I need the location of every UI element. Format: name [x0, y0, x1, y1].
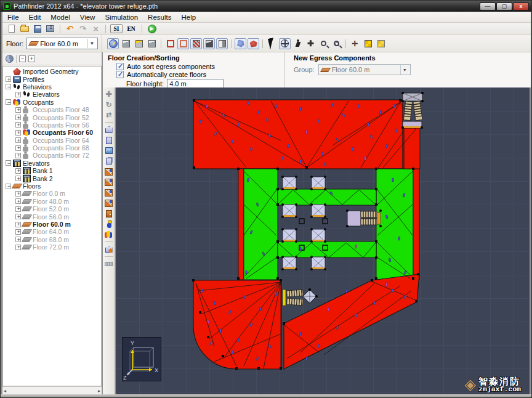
- new-ramp-tool[interactable]: [104, 177, 114, 187]
- tree-item-occupants-floor-60[interactable]: Occupants Floor 60: [3, 129, 101, 136]
- tree-item-behaviors-elevators[interactable]: Elevators: [3, 91, 101, 98]
- model-viewport[interactable]: Y X Z ◈ 智淼消防 zmjaxf.com: [116, 87, 530, 395]
- tree-item-floor-0[interactable]: Floor 0.0 m: [3, 190, 101, 197]
- tree-item-floor-60[interactable]: Floor 60.0 m: [3, 221, 101, 228]
- add-occupant-group-tool[interactable]: [104, 230, 114, 239]
- expander-plus-icon[interactable]: [15, 115, 21, 120]
- floor-plan[interactable]: [116, 87, 530, 395]
- expander-plus-icon[interactable]: [15, 107, 21, 113]
- expander-plus-icon[interactable]: [15, 198, 21, 204]
- pan-tool-button[interactable]: ✚: [305, 38, 316, 49]
- expander-plus-icon[interactable]: [15, 122, 21, 128]
- open-file-button[interactable]: [19, 23, 30, 34]
- expander-plus-icon[interactable]: [15, 145, 21, 151]
- orientation-axes-widget[interactable]: Y X Z: [122, 337, 161, 381]
- expander-plus-icon[interactable]: [15, 130, 21, 136]
- solid-mode-button[interactable]: [203, 38, 215, 49]
- tree-item-bank-1[interactable]: Bank 1: [3, 167, 101, 174]
- refresh-icon[interactable]: [6, 55, 14, 63]
- expander-plus-icon[interactable]: [15, 92, 21, 97]
- move-object-tool[interactable]: ✚: [104, 89, 114, 99]
- expander-plus-icon[interactable]: [15, 237, 21, 242]
- room-left-strip[interactable]: [238, 169, 244, 280]
- tree-item-profiles[interactable]: Profiles: [3, 75, 101, 83]
- iso-view-button[interactable]: [120, 38, 132, 49]
- tree-item-elevators[interactable]: Elevators: [3, 160, 101, 167]
- zoom-tool-button[interactable]: [318, 38, 329, 49]
- expander-plus-icon[interactable]: [15, 229, 21, 235]
- room-right-strip[interactable]: [413, 169, 419, 280]
- maximize-button[interactable]: ▢: [496, 2, 512, 10]
- undo-button[interactable]: ↶: [65, 23, 75, 34]
- room-bottomleft-red[interactable]: [193, 280, 281, 369]
- tree-item-occupants-floor-68[interactable]: Occupants Floor 68: [3, 144, 101, 152]
- stairs-bottom[interactable]: [283, 288, 318, 306]
- chevron-down-icon[interactable]: ▼: [87, 39, 96, 48]
- tree-item-floor-48[interactable]: Floor 48.0 m: [3, 198, 101, 205]
- tree-item-floors[interactable]: Floors: [3, 182, 101, 190]
- expander-plus-icon[interactable]: [15, 153, 21, 158]
- show-imported-geometry-button[interactable]: [248, 38, 259, 49]
- expander-plus-icon[interactable]: [15, 214, 21, 219]
- tree-item-floor-72[interactable]: Floor 72.0 m: [3, 243, 101, 251]
- run-simulation-button[interactable]: ▶: [147, 23, 157, 34]
- corridor-left-green[interactable]: [244, 169, 278, 280]
- outline-mode-button[interactable]: [177, 38, 189, 49]
- top-view-button[interactable]: [133, 38, 145, 49]
- show-navmesh-button[interactable]: [235, 38, 246, 49]
- perspective-view-button[interactable]: [107, 38, 119, 49]
- new-escalator-tool[interactable]: [104, 188, 114, 197]
- menu-file[interactable]: File: [2, 13, 24, 22]
- new-exit-tool[interactable]: [104, 245, 114, 254]
- menu-model[interactable]: Model: [46, 13, 75, 22]
- grid-snap-button[interactable]: [362, 38, 374, 49]
- expander-plus-icon[interactable]: [15, 245, 21, 250]
- tree-item-occupants-floor-72[interactable]: Occupants Floor 72: [3, 152, 101, 159]
- room-diagonal-red[interactable]: [284, 274, 419, 369]
- select-tool-button[interactable]: [266, 38, 278, 49]
- mirror-object-tool[interactable]: ⇄: [104, 110, 114, 120]
- new-rectangle-room-tool[interactable]: [104, 136, 114, 145]
- expander-minus-icon[interactable]: [6, 84, 11, 89]
- new-door-tool[interactable]: [104, 209, 114, 218]
- tree-item-floor-64[interactable]: Floor 64.0 m: [3, 228, 101, 235]
- expander-plus-icon[interactable]: [15, 168, 21, 174]
- expander-plus-icon[interactable]: [15, 176, 21, 181]
- save-file-button[interactable]: [32, 23, 42, 34]
- menu-edit[interactable]: Edit: [24, 13, 46, 22]
- new-file-button[interactable]: [6, 23, 17, 34]
- tree-item-occupants-floor-48[interactable]: Occupants Floor 48: [3, 106, 101, 113]
- shaded-mode-button[interactable]: [216, 38, 228, 49]
- zoom-window-tool-button[interactable]: [331, 38, 342, 49]
- auto-create-floors-checkbox[interactable]: [116, 71, 124, 78]
- new-polygon-room-tool[interactable]: [104, 125, 114, 134]
- minimize-button[interactable]: —: [480, 2, 496, 10]
- group-combo[interactable]: Floor 60.0 m ▾: [318, 64, 411, 75]
- occupant-view-tool-button[interactable]: [292, 38, 304, 49]
- corridor-bottom-green[interactable]: [278, 242, 376, 258]
- snap-point-button[interactable]: ✛: [349, 38, 361, 49]
- new-stairs-tool[interactable]: [104, 167, 114, 176]
- tree-item-floor-68[interactable]: Floor 68.0 m: [3, 236, 101, 243]
- corridor-right-green[interactable]: [376, 169, 413, 280]
- new-elevator-tool[interactable]: [104, 198, 114, 208]
- expander-minus-icon[interactable]: [6, 160, 11, 166]
- tree-item-occupants-floor-52[interactable]: Occupants Floor 52: [3, 113, 101, 121]
- expander-plus-icon[interactable]: [6, 76, 11, 82]
- tree-item-occupants-floor-56[interactable]: Occupants Floor 56: [3, 121, 101, 129]
- scroll-right-arrow-icon[interactable]: ▸: [98, 388, 100, 394]
- room-polygons[interactable]: [193, 100, 420, 369]
- floor-selector-combo[interactable]: Floor 60.0 m ▼: [26, 38, 98, 49]
- tree-item-floor-52[interactable]: Floor 52.0 m: [3, 205, 101, 213]
- menu-view[interactable]: View: [75, 13, 100, 22]
- tree-item-imported-geometry[interactable]: Imported Geometry: [3, 68, 101, 75]
- split-room-tool[interactable]: [104, 146, 114, 155]
- expander-plus-icon[interactable]: [15, 222, 21, 227]
- tree-item-floor-56[interactable]: Floor 56.0 m: [3, 213, 101, 220]
- stairs-top-right[interactable]: [401, 92, 424, 129]
- add-occupant-tool[interactable]: [104, 219, 114, 229]
- si-units-button[interactable]: SI: [110, 24, 123, 33]
- textured-mode-button[interactable]: [190, 38, 202, 49]
- expander-minus-icon[interactable]: [6, 184, 11, 189]
- measure-tool[interactable]: [104, 259, 114, 269]
